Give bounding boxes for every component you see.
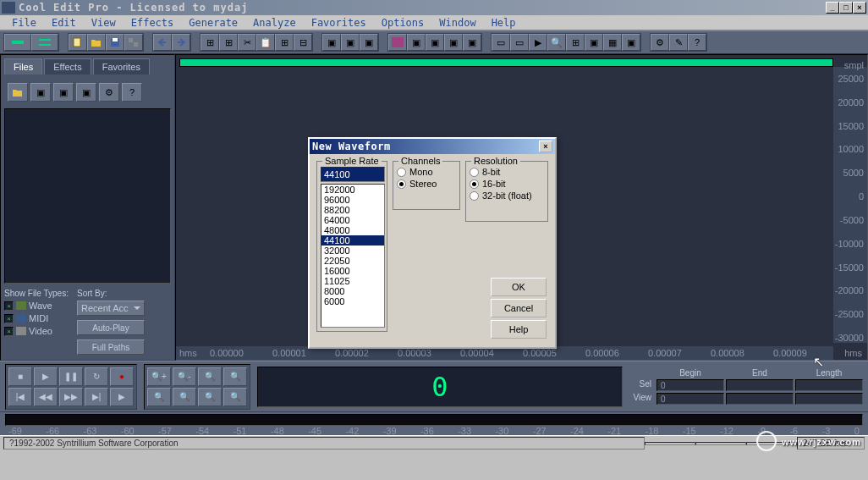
view-begin[interactable]: 0 [656, 393, 724, 405]
zoom-sel-button[interactable]: 🔍 [223, 367, 247, 386]
close-button[interactable]: × [853, 2, 866, 14]
side-open-button[interactable] [8, 83, 28, 102]
menu-help[interactable]: Help [485, 17, 523, 29]
menu-options[interactable]: Options [375, 17, 431, 29]
record-button[interactable]: ● [110, 367, 134, 386]
side-edit-button[interactable]: ▣ [76, 83, 96, 102]
dialog-titlebar[interactable]: New Waveform × [310, 139, 555, 154]
view-button-1[interactable]: ▣ [407, 34, 426, 51]
wave-checkbox[interactable]: × [4, 301, 14, 311]
go-end-button[interactable]: ▶| [85, 388, 108, 406]
copy-new-button[interactable]: ⊞ [219, 34, 238, 51]
save-file-button[interactable] [106, 34, 124, 51]
samplerate-option[interactable]: 22050 [321, 256, 384, 266]
open-file-button[interactable] [87, 34, 106, 51]
view-button-4[interactable]: ▣ [463, 34, 481, 51]
zoom-in-right-button[interactable]: 🔍 [173, 388, 196, 406]
dialog-help-button[interactable]: Help [491, 320, 547, 339]
view-button-2[interactable]: ▣ [426, 34, 444, 51]
cancel-button[interactable]: Cancel [491, 299, 547, 317]
pause-button[interactable]: ❚❚ [59, 367, 83, 386]
file-list[interactable] [4, 108, 171, 284]
radio-stereo[interactable]: Stereo [397, 179, 456, 189]
minimize-button[interactable]: _ [826, 2, 839, 14]
paste-button[interactable]: 📋 [256, 34, 275, 51]
sel-end[interactable] [726, 379, 794, 391]
radio-16bit[interactable]: 16-bit [470, 179, 544, 189]
new-file-button[interactable] [69, 34, 87, 51]
play-loop-button[interactable]: ↻ [85, 367, 108, 386]
menu-effects[interactable]: Effects [124, 17, 181, 29]
copy-button[interactable]: ⊞ [201, 34, 219, 51]
samplerate-option[interactable]: 48000 [321, 225, 384, 235]
autoplay-button[interactable]: Auto-Play [77, 320, 145, 335]
tool-button-2[interactable]: ▣ [360, 34, 378, 51]
mode-multitrack-button[interactable] [31, 34, 58, 51]
sel-length[interactable] [795, 379, 863, 391]
side-insert-button[interactable]: ▣ [53, 83, 74, 102]
samplerate-option[interactable]: 16000 [321, 266, 384, 276]
samplerate-option[interactable]: 64000 [321, 215, 384, 225]
mode-edit-button[interactable] [4, 34, 31, 51]
radio-mono[interactable]: Mono [397, 167, 456, 177]
overview-bar[interactable] [179, 58, 833, 67]
mix-paste-button[interactable]: ⊞ [275, 34, 294, 51]
maximize-button[interactable]: □ [839, 2, 853, 14]
view-button-3[interactable]: ▣ [444, 34, 463, 51]
rewind-button[interactable]: ◀◀ [34, 388, 58, 406]
samplerate-option[interactable]: 11025 [321, 276, 384, 286]
menu-generate[interactable]: Generate [182, 17, 244, 29]
tab-effects[interactable]: Effects [44, 58, 91, 74]
level-meter[interactable] [5, 414, 863, 426]
fullpaths-button[interactable]: Full Paths [77, 339, 145, 355]
time-format-button[interactable]: ⊞ [566, 34, 585, 51]
redo-button[interactable] [172, 34, 190, 51]
play-button[interactable]: ▶ [34, 367, 58, 386]
view-end[interactable] [726, 393, 794, 405]
side-options-button[interactable]: ⚙ [99, 83, 119, 102]
help-button[interactable]: ? [688, 34, 706, 51]
samplerate-option[interactable]: 96000 [321, 195, 384, 205]
samplerate-option[interactable]: 88200 [321, 205, 384, 215]
stop-button[interactable]: ■ [8, 367, 32, 386]
video-checkbox[interactable]: × [4, 327, 14, 336]
tab-favorites[interactable]: Favorites [93, 58, 150, 74]
mixer-button[interactable]: ▦ [603, 34, 622, 51]
menu-favorites[interactable]: Favorites [305, 17, 373, 29]
radio-8bit[interactable]: 8-bit [470, 167, 544, 177]
cut-button[interactable]: ✂ [238, 34, 256, 51]
samplerate-option[interactable]: 6000 [321, 296, 384, 306]
zoom-full-button[interactable]: 🔍 [198, 367, 222, 386]
radio-32bit[interactable]: 32-bit (float) [470, 190, 544, 201]
dialog-close-button[interactable]: × [539, 141, 552, 152]
menu-file[interactable]: File [5, 17, 43, 29]
window-button-1[interactable]: ▭ [492, 34, 510, 51]
zoom-out-button[interactable]: 🔍- [173, 367, 196, 386]
side-help-button[interactable]: ? [122, 83, 142, 102]
samplerate-option[interactable]: 32000 [321, 246, 384, 256]
zoom-v-in-button[interactable]: 🔍 [198, 388, 222, 406]
menu-view[interactable]: View [85, 17, 123, 29]
ok-button[interactable]: OK [491, 278, 547, 296]
organizer-button[interactable]: ▣ [622, 34, 640, 51]
sel-begin[interactable]: 0 [656, 379, 724, 391]
play-to-end-button[interactable]: ▶ [110, 388, 134, 406]
zoom-button[interactable]: 🔍 [547, 34, 566, 51]
script-button[interactable]: ✎ [669, 34, 688, 51]
play-control-button[interactable]: ▶ [529, 34, 547, 51]
undo-button[interactable] [153, 34, 172, 51]
settings-button[interactable]: ⚙ [651, 34, 669, 51]
zoom-v-out-button[interactable]: 🔍 [223, 388, 247, 406]
samplerate-option[interactable]: 8000 [321, 286, 384, 296]
trim-button[interactable]: ⊟ [294, 34, 312, 51]
tool-button-1[interactable]: ▣ [341, 34, 360, 51]
samplerate-option[interactable]: 44100 [321, 235, 384, 246]
zoom-in-left-button[interactable]: 🔍 [147, 388, 171, 406]
menu-edit[interactable]: Edit [45, 17, 83, 29]
batch-button[interactable] [124, 34, 143, 51]
sort-recent-button[interactable]: Recent Acc [77, 301, 145, 316]
spectral-button[interactable] [388, 34, 407, 51]
samplerate-list[interactable]: 1920009600088200640004800044100320002205… [321, 184, 385, 328]
convert-button[interactable]: ▣ [322, 34, 341, 51]
tab-files[interactable]: Files [4, 58, 42, 74]
